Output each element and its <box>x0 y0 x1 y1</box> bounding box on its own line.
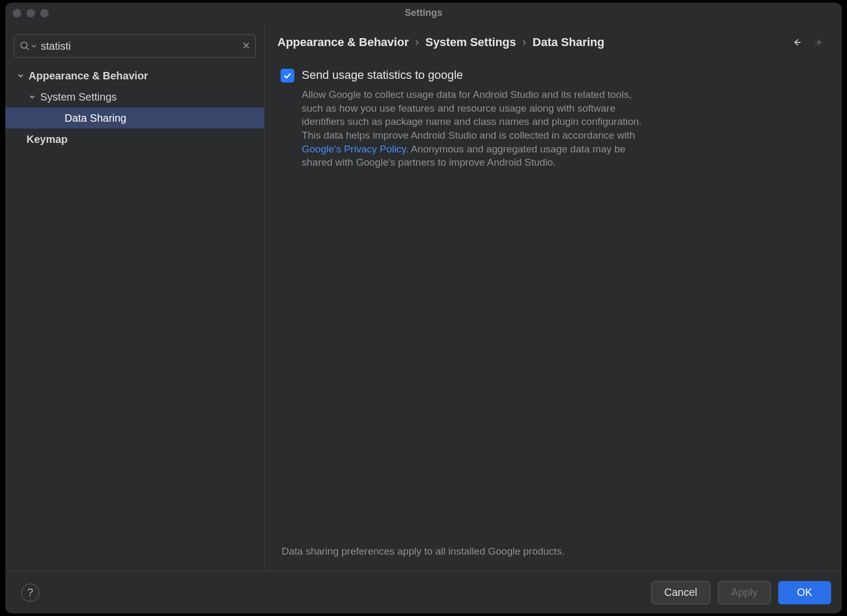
main-panel: Appearance & Behavior › System Settings … <box>265 23 842 571</box>
help-button[interactable]: ? <box>21 584 39 602</box>
option-send-usage-stats: Send usage statistics to google <box>281 68 826 83</box>
breadcrumb-item: Data Sharing <box>533 35 605 49</box>
privacy-policy-link[interactable]: Google's Privacy Policy <box>302 143 406 155</box>
footer-note: Data sharing preferences apply to all in… <box>281 546 826 571</box>
option-desc-pre: Allow Google to collect usage data for A… <box>302 89 642 141</box>
tree-item-label: Keymap <box>26 133 68 146</box>
tree-item-label: Appearance & Behavior <box>29 70 148 82</box>
search-input[interactable] <box>37 40 242 52</box>
option-label: Send usage statistics to google <box>302 68 463 82</box>
titlebar: Settings <box>5 3 842 23</box>
breadcrumb-item[interactable]: Appearance & Behavior <box>277 35 409 49</box>
back-arrow-icon[interactable] <box>791 37 803 48</box>
breadcrumb-item[interactable]: System Settings <box>426 35 516 49</box>
tree-item-appearance-behavior[interactable]: Appearance & Behavior <box>5 65 264 86</box>
chevron-down-icon <box>15 73 26 79</box>
search-dropdown-icon[interactable] <box>31 43 37 49</box>
breadcrumb: Appearance & Behavior › System Settings … <box>277 35 605 49</box>
svg-line-1 <box>26 48 29 50</box>
chevron-down-icon <box>26 94 38 100</box>
tree-item-keymap[interactable]: Keymap <box>5 129 264 150</box>
tree-item-data-sharing[interactable]: Data Sharing <box>5 107 264 129</box>
settings-tree: Appearance & Behavior System Settings Da… <box>5 62 264 150</box>
ok-button[interactable]: OK <box>778 581 831 604</box>
search-icon <box>20 41 30 51</box>
option-description: Allow Google to collect usage data for A… <box>302 88 651 169</box>
close-window-icon[interactable] <box>13 9 21 17</box>
traffic-lights <box>13 9 49 17</box>
clear-search-icon[interactable] <box>242 41 250 52</box>
help-icon: ? <box>27 586 33 599</box>
bottom-bar: ? Cancel Apply OK <box>5 571 842 613</box>
minimize-window-icon[interactable] <box>26 9 35 17</box>
nav-arrows <box>791 37 829 48</box>
settings-window: Settings Appearance & Behav <box>5 3 842 613</box>
sidebar: Appearance & Behavior System Settings Da… <box>5 23 265 571</box>
tree-item-label: Data Sharing <box>65 112 127 124</box>
checkbox-send-usage-stats[interactable] <box>281 69 294 83</box>
cancel-button[interactable]: Cancel <box>651 581 710 604</box>
zoom-window-icon[interactable] <box>40 9 49 17</box>
apply-button: Apply <box>718 581 771 604</box>
forward-arrow-icon <box>813 37 825 48</box>
search-field-container <box>14 34 256 58</box>
breadcrumb-separator: › <box>522 35 526 49</box>
tree-item-system-settings[interactable]: System Settings <box>5 86 264 107</box>
tree-item-label: System Settings <box>40 91 117 103</box>
window-title: Settings <box>404 7 442 19</box>
svg-point-0 <box>21 42 28 49</box>
breadcrumb-separator: › <box>415 35 419 49</box>
